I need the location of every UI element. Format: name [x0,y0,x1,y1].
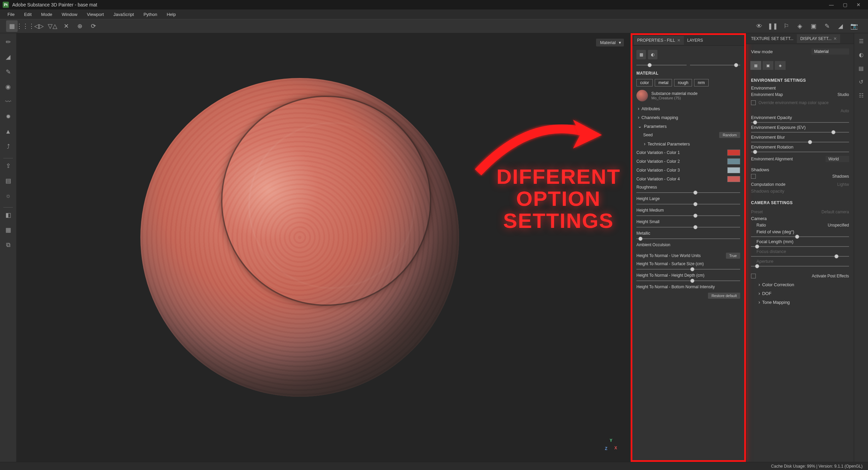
color-swatch-4[interactable] [727,176,740,182]
preset-value[interactable]: Default camera [822,210,849,214]
color-swatch-1[interactable] [727,150,740,156]
toolbar-flag-icon[interactable]: ⚐ [781,20,792,32]
mode-projection-icon[interactable]: ▦ [636,50,646,59]
window-close[interactable]: ✕ [852,2,865,7]
window-minimize[interactable]: — [825,2,838,7]
menu-javascript[interactable]: JavaScript [108,11,139,18]
tab-properties-fill[interactable]: PROPERTIES - FILL✕ [634,36,684,45]
toolbar-refresh[interactable]: ⟳ [87,20,99,32]
htn-world-value[interactable]: True [726,253,740,259]
tree-color-correction[interactable]: Color Correction [751,280,849,289]
offset-slider[interactable] [690,63,740,67]
env-map-value[interactable]: Studio [837,92,849,97]
toolbar-camera-icon[interactable]: ▣ [808,20,819,32]
tab-texture-set-settings[interactable]: TEXTURE SET SETT... [748,34,797,43]
path-icon[interactable]: ⤴ [3,141,14,152]
focus-slider[interactable] [751,254,849,259]
fov-slider[interactable] [751,234,849,239]
axis-gizmo[interactable]: Y X Z [605,438,618,452]
toolbar-selection-marquee[interactable]: ▦ [6,20,18,32]
3d-viewport[interactable]: Material Y X Z DIFFERENTOPTIONSETTINGS [16,33,631,462]
close-icon[interactable]: ✕ [833,36,837,41]
override-checkbox[interactable] [751,100,756,105]
env-opacity-slider[interactable] [751,120,849,125]
upload-icon[interactable]: ⇪ [3,160,14,171]
toolbar-visibility-icon[interactable]: 👁 [753,20,765,32]
mode-uv-icon[interactable]: ◐ [648,50,657,59]
tree-technical-parameters[interactable]: Technical Parameters [636,139,740,148]
env-alignment-value[interactable]: World [826,156,849,162]
toolbar-grid[interactable]: ⋮⋮⋮ [20,20,31,32]
rail-history-icon[interactable]: ↺ [857,77,866,86]
tab-layers[interactable]: LAYERS [684,36,706,45]
eraser-icon[interactable]: ◢ [3,52,14,62]
tree-channels-mapping[interactable]: Channels mapping [636,113,740,122]
channel-rough[interactable]: rough [674,79,692,86]
roughness-slider[interactable] [636,190,740,195]
shadows-checkbox[interactable] [751,174,756,179]
toolbar-mirror-v[interactable]: ▽△ [47,20,58,32]
menu-mode[interactable]: Mode [36,11,57,18]
menu-python[interactable]: Python [139,11,162,18]
env-exposure-slider[interactable] [751,130,849,135]
toolbar-cube-icon[interactable]: ◈ [794,20,806,32]
toolbar-mirror-h[interactable]: ◁▷ [33,20,45,32]
scale-slider[interactable] [636,63,687,67]
rail-layers-icon[interactable]: ▤ [857,64,866,73]
color-swatch-3[interactable] [727,167,740,173]
htn-depth-slider[interactable] [636,278,740,283]
color-swatch-2[interactable] [727,158,740,164]
polygon-fill-icon[interactable]: ◉ [3,81,14,92]
channel-color[interactable]: color [636,79,653,86]
projection-icon[interactable]: ✎ [3,66,14,77]
menu-viewport[interactable]: Viewport [82,11,108,18]
metallic-slider[interactable] [636,236,740,241]
display-sub-viewport-icon[interactable]: ◈ [775,61,786,70]
light-icon[interactable]: ☼ [3,190,14,201]
channel-metal[interactable]: metal [655,79,672,86]
viewport-mode-dropdown[interactable]: Material [596,39,624,46]
seed-random-button[interactable]: Random [719,132,740,138]
toolbar-bake-icon[interactable]: ◢ [835,20,846,32]
menu-edit[interactable]: Edit [19,11,36,18]
env-rotation-slider[interactable] [751,150,849,154]
htn-surface-slider[interactable] [636,267,740,272]
height-large-slider[interactable] [636,202,740,207]
color-picker-icon[interactable]: ◧ [3,210,14,220]
post-effects-checkbox[interactable] [751,274,756,278]
toolbar-tools-icon[interactable]: ✎ [821,20,833,32]
channel-nrm[interactable]: nrm [694,79,709,86]
focal-slider[interactable] [751,244,849,249]
toolbar-axis[interactable]: ✕ [60,20,72,32]
restore-default-button[interactable]: Restore default [708,293,740,299]
toolbar-pause-icon[interactable]: ❚❚ [767,20,778,32]
aperture-slider[interactable] [751,264,849,269]
smudge-icon[interactable]: 〰 [3,96,14,107]
display-sub-env-icon[interactable]: ▦ [750,61,761,70]
tree-attributes[interactable]: Attributes [636,104,740,113]
toolbar-screenshot-icon[interactable]: 📷 [848,20,860,32]
library-icon[interactable]: ▦ [3,224,14,235]
tab-display-settings[interactable]: DISPLAY SETT...✕ [797,34,840,43]
display-sub-camera-icon[interactable]: ▣ [763,61,773,70]
rail-list-icon[interactable]: ☰ [857,37,866,45]
material-row[interactable]: Substance material mode Mo_Creature (75) [636,90,740,101]
height-small-slider[interactable] [636,225,740,230]
material-icon[interactable]: ▲ [3,126,14,137]
link-icon[interactable]: ⧉ [3,239,14,250]
menu-window[interactable]: Window [57,11,82,18]
rail-log-icon[interactable]: ☷ [857,91,866,100]
tree-parameters[interactable]: Parameters [636,122,740,131]
view-mode-value[interactable]: Material [811,48,849,55]
menu-file[interactable]: File [3,11,19,18]
layers-icon[interactable]: ▤ [3,175,14,186]
tree-dof[interactable]: DOF [751,289,849,298]
paint-brush-icon[interactable]: ✏ [3,37,14,47]
env-blur-slider[interactable] [751,140,849,144]
close-icon[interactable]: ✕ [677,38,680,43]
clone-icon[interactable]: ✹ [3,111,14,122]
toolbar-add[interactable]: ⊕ [74,20,85,32]
height-medium-slider[interactable] [636,213,740,218]
menu-help[interactable]: Help [162,11,181,18]
rail-globe-icon[interactable]: ◐ [857,50,866,59]
